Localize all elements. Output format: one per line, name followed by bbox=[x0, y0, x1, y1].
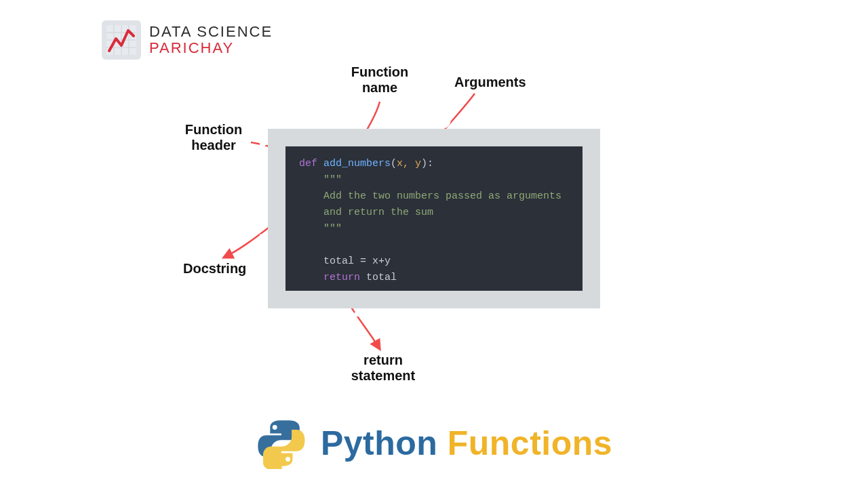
code-docstring-close: """ bbox=[299, 223, 342, 235]
label-docstring: Docstring bbox=[183, 261, 246, 277]
keyword-def: def bbox=[299, 158, 323, 169]
code-docstring-open: """ bbox=[299, 174, 342, 186]
page-title: Python Functions bbox=[321, 424, 612, 463]
title-word-python: Python bbox=[321, 424, 448, 462]
brand-logo: DATA SCIENCE PARICHAY bbox=[102, 20, 273, 60]
label-function-header: Function header bbox=[173, 122, 254, 153]
code-docstring-line1: Add the two numbers passed as arguments bbox=[299, 190, 561, 202]
code-lparen: ( bbox=[391, 158, 397, 169]
title-word-functions: Functions bbox=[448, 424, 612, 462]
brand-line-1: DATA SCIENCE bbox=[149, 24, 273, 40]
brand-line-2: PARICHAY bbox=[149, 40, 273, 56]
code-params: x, y bbox=[397, 158, 421, 169]
brand-logo-mark bbox=[102, 20, 141, 60]
python-logo-icon bbox=[256, 418, 307, 469]
label-return-statement: return statement bbox=[339, 352, 427, 384]
label-arguments: Arguments bbox=[454, 75, 526, 90]
brand-logo-text: DATA SCIENCE PARICHAY bbox=[149, 24, 273, 56]
code-docstring-line2: and return the sum bbox=[299, 207, 433, 218]
code-function-name: add_numbers bbox=[323, 158, 391, 169]
code-stamp: def add_numbers(x, y): """ Add the two n… bbox=[268, 129, 600, 308]
code-return-value: total bbox=[366, 272, 397, 283]
code-assign-line: total = x+y bbox=[299, 256, 391, 267]
code-rparen-colon: ): bbox=[421, 158, 433, 169]
keyword-return: return bbox=[299, 272, 366, 283]
code-block: def add_numbers(x, y): """ Add the two n… bbox=[285, 146, 583, 291]
page-title-row: Python Functions bbox=[256, 418, 612, 469]
label-function-name: Function name bbox=[339, 64, 420, 96]
